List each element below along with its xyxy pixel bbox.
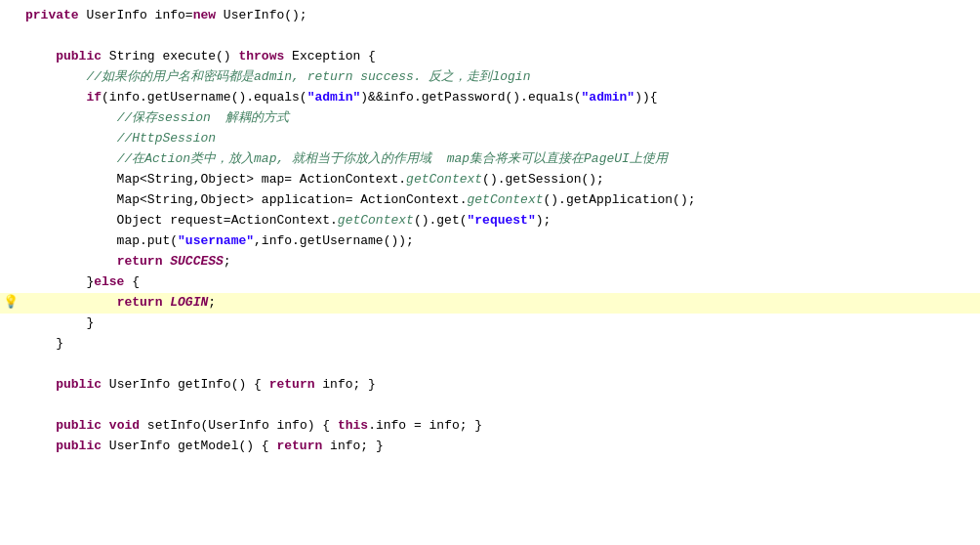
code-line-17: } [0,334,980,355]
code-line-8: //在Action类中，放入map, 就相当于你放入的作用域 map集合将来可以… [0,149,980,170]
line-content-17: } [21,334,980,355]
line-content-12: map.put("username",info.getUsername()); [21,231,980,252]
code-line-21: public void setInfo(UserInfo info) { thi… [0,416,980,437]
code-line-10: Map<String,Object> application= ActionCo… [0,190,980,211]
code-line-12: map.put("username",info.getUsername()); [0,231,980,252]
line-content-9: Map<String,Object> map= ActionContext.ge… [21,170,980,190]
line-content-16: } [21,314,980,334]
line-content-blank2 [21,355,980,375]
code-line-4: //如果你的用户名和密码都是admin, return success. 反之，… [0,67,980,88]
line-content-10: Map<String,Object> application= ActionCo… [21,190,980,211]
code-line-16: } [0,314,980,334]
code-line-15: 💡 return LOGIN; [0,293,980,314]
code-line-19: public UserInfo getInfo() { return info;… [0,375,980,396]
code-line-5: if(info.getUsername().equals("admin")&&i… [0,88,980,108]
line-content-8: //在Action类中，放入map, 就相当于你放入的作用域 map集合将来可以… [21,149,980,170]
code-line-blank3 [0,396,980,416]
line-content-3: public String execute() throws Exception… [21,47,980,67]
line-content-7: //HttpSession [21,129,980,149]
code-line-6: //保存session 解耦的方式 [0,108,980,129]
line-content-blank1 [21,26,980,47]
code-line-11: Object request=ActionContext.getContext(… [0,211,980,231]
code-line-13: return SUCCESS; [0,252,980,272]
code-line-14: }else { [0,272,980,293]
code-line-blank2 [0,355,980,375]
line-content-22: public UserInfo getModel() { return info… [21,437,980,457]
code-line-9: Map<String,Object> map= ActionContext.ge… [0,170,980,190]
code-line-3: public String execute() throws Exception… [0,47,980,67]
code-line-blank1 [0,26,980,47]
code-line-22: public UserInfo getModel() { return info… [0,437,980,457]
line-content-19: public UserInfo getInfo() { return info;… [21,375,980,396]
line-content-5: if(info.getUsername().equals("admin")&&i… [21,88,980,108]
line-content-13: return SUCCESS; [21,252,980,272]
code-editor: private UserInfo info=new UserInfo(); pu… [0,0,980,545]
line-content-15: return LOGIN; [21,293,980,314]
code-line-7: //HttpSession [0,129,980,149]
line-content-14: }else { [21,272,980,293]
gutter-15: 💡 [0,293,21,314]
line-content-21: public void setInfo(UserInfo info) { thi… [21,416,980,437]
line-content-1: private UserInfo info=new UserInfo(); [21,6,980,26]
line-content-4: //如果你的用户名和密码都是admin, return success. 反之，… [21,67,980,88]
code-line-1: private UserInfo info=new UserInfo(); [0,6,980,26]
line-content-blank3 [21,396,980,416]
line-content-11: Object request=ActionContext.getContext(… [21,211,980,231]
line-content-6: //保存session 解耦的方式 [21,108,980,129]
